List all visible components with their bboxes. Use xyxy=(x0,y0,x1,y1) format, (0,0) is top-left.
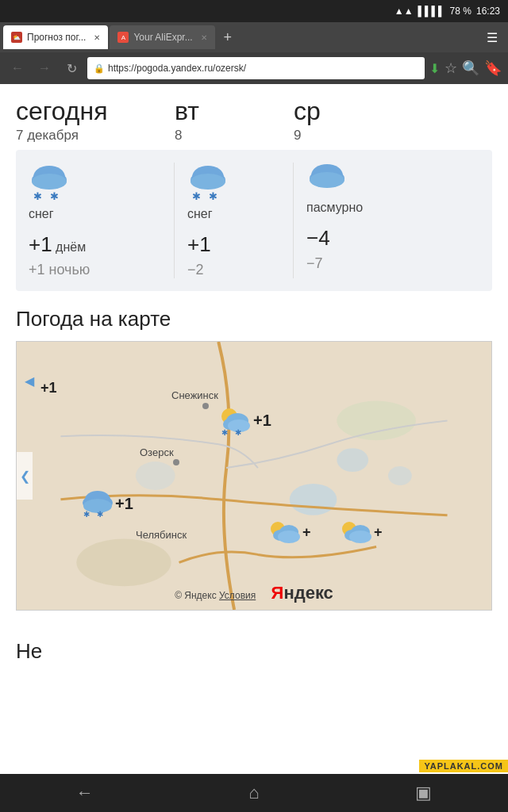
bookmark-icon[interactable]: 🔖 xyxy=(484,59,502,77)
svg-point-16 xyxy=(337,448,368,472)
signal-icon: ▌▌▌▌ xyxy=(418,6,445,17)
map-temp-chel1: + xyxy=(302,524,311,541)
temp-day-today: +1 днём xyxy=(29,232,161,257)
back-button[interactable]: ← xyxy=(6,57,29,79)
map-arrow-left: ◀ xyxy=(25,373,34,389)
snow-cloud-icon-vt xyxy=(187,163,229,194)
temp-day-vt: +1 xyxy=(187,232,280,257)
star-icon[interactable]: ☆ xyxy=(444,59,457,77)
day1-num: 8 xyxy=(175,128,294,144)
yandex-logo: Яндекс xyxy=(271,583,333,603)
temp-night-today: +1 ночью xyxy=(29,262,161,278)
weather-icon-today: ✱ ✱ xyxy=(29,163,161,201)
home-nav-button[interactable]: ⌂ xyxy=(230,774,278,812)
new-tab-button[interactable]: + xyxy=(217,26,239,48)
map-icon-snezhinsk: ✱ ✱ xyxy=(215,404,253,439)
map-temp-topleft: +1 xyxy=(40,380,57,396)
address-bar: ← → ↻ 🔒 https://pogoda.yandex.ru/ozersk/… xyxy=(0,52,508,84)
next-section-title: Не xyxy=(16,639,492,664)
weather-header: сегодня 7 декабря вт 8 ср 9 xyxy=(16,97,492,144)
temp-day-sr: −4 xyxy=(306,226,479,251)
tab-close-weather[interactable]: ✕ xyxy=(94,33,100,42)
cloud-only-icon-sr xyxy=(306,163,348,191)
map-label-snezhinsk: Снежинск xyxy=(171,389,218,401)
map-dot-snezhinsk xyxy=(202,403,209,409)
map-conditions-link[interactable]: Условия xyxy=(219,590,256,601)
battery-label: 78 % xyxy=(450,6,471,17)
url-text: https://pogoda.yandex.ru/ozersk/ xyxy=(108,63,246,74)
map-label-ozersk: Озерск xyxy=(140,446,174,458)
search-icon[interactable]: 🔍 xyxy=(462,59,479,77)
svg-text:✱ ✱: ✱ ✱ xyxy=(83,510,106,517)
map-dot-ozersk xyxy=(173,459,179,465)
snow-cloud-icon-today xyxy=(29,163,70,194)
time-label: 16:23 xyxy=(476,6,500,17)
map-temp-snezhinsk: +1 xyxy=(253,412,271,430)
day1-name: вт xyxy=(175,97,294,126)
browser-menu-button[interactable]: ☰ xyxy=(479,25,505,50)
map-icon-chel2 xyxy=(338,518,373,550)
wifi-icon: ▲▲ xyxy=(394,6,414,17)
today-date: 7 декабря xyxy=(16,128,175,144)
next-section-hint: Не xyxy=(0,623,508,670)
weather-cell-vt: ✱ ✱ снег +1 −2 xyxy=(175,163,294,278)
map-label-chelyabinsk: Челябинск xyxy=(136,529,187,541)
svg-point-14 xyxy=(337,401,415,441)
svg-point-32 xyxy=(278,530,300,543)
map-copyright-text: © Яндекс xyxy=(175,590,219,601)
map-icon-chel1 xyxy=(267,518,302,550)
temp-day-label-today: днём xyxy=(52,240,87,254)
map-copyright: © Яндекс Условия Яндекс xyxy=(175,583,333,603)
temp-night-sr: −7 xyxy=(306,255,479,272)
weather-icon-vt: ✱ ✱ xyxy=(187,163,280,201)
back-nav-button[interactable]: ← xyxy=(61,774,109,812)
tab-aliexpress[interactable]: A Your AliExpr... ✕ xyxy=(110,25,214,49)
today-label: сегодня xyxy=(16,97,175,126)
svg-point-17 xyxy=(388,466,412,485)
recent-nav-button[interactable]: ▣ xyxy=(399,774,447,812)
browser-chrome: ⛅ Прогноз пог... ✕ A Your AliExpr... ✕ +… xyxy=(0,22,508,84)
download-icon[interactable]: ⬇ xyxy=(429,61,440,76)
map-temp-ozersk: +1 xyxy=(115,495,133,513)
map-container[interactable]: ❮ Снежинск Озерск Челябинск +1 ◀ ✱ ✱ +1 xyxy=(16,341,492,611)
svg-text:✱ ✱: ✱ ✱ xyxy=(221,428,244,435)
status-bar: ▲▲ ▌▌▌▌ 78 % 16:23 xyxy=(0,0,508,22)
weather-grid: ✱ ✱ снег +1 днём +1 ночью ✱ ✱ xyxy=(16,150,492,291)
today-column: сегодня 7 декабря xyxy=(16,97,175,144)
condition-sr: пасмурно xyxy=(306,201,479,215)
map-section-title: Погода на карте xyxy=(16,307,492,331)
svg-point-15 xyxy=(290,484,337,515)
forward-button[interactable]: → xyxy=(33,57,56,79)
weather-cell-today: ✱ ✱ снег +1 днём +1 ночью xyxy=(16,163,175,278)
tab-close-ali[interactable]: ✕ xyxy=(201,33,207,42)
svg-point-11 xyxy=(310,172,344,188)
tab-favicon-ali: A xyxy=(117,32,129,43)
reload-button[interactable]: ↻ xyxy=(60,57,83,79)
nav-bar: ← ⌂ ▣ xyxy=(0,774,508,812)
day2-num: 9 xyxy=(294,128,492,144)
svg-point-36 xyxy=(349,530,371,543)
page-content: сегодня 7 декабря вт 8 ср 9 xyxy=(0,84,508,623)
day2-column: ср 9 xyxy=(294,97,492,144)
tab-label-ali: Your AliExpr... xyxy=(133,32,192,43)
svg-point-3 xyxy=(32,174,67,190)
map-background xyxy=(17,342,491,610)
condition-vt: снег xyxy=(187,207,280,221)
day2-name: ср xyxy=(294,97,492,126)
weather-cell-sr: пасмурно −4 −7 xyxy=(294,163,492,278)
tab-weather[interactable]: ⛅ Прогноз пог... ✕ xyxy=(3,25,108,49)
svg-point-13 xyxy=(76,539,171,587)
lock-icon: 🔒 xyxy=(94,63,105,74)
temp-day-value-today: +1 xyxy=(29,232,52,256)
svg-point-18 xyxy=(136,462,175,490)
map-temp-chel2: + xyxy=(374,524,383,541)
map-left-arrow[interactable]: ❮ xyxy=(17,452,33,500)
temp-day-value-sr: −4 xyxy=(306,226,330,250)
tab-bar: ⛅ Прогноз пог... ✕ A Your AliExpr... ✕ +… xyxy=(0,22,508,52)
address-icons: ⬇ ☆ 🔍 🔖 xyxy=(429,59,502,77)
condition-today: снег xyxy=(29,207,161,221)
watermark: YAPLAKAL.COM xyxy=(419,760,508,772)
url-field[interactable]: 🔒 https://pogoda.yandex.ru/ozersk/ xyxy=(87,57,425,79)
day1-column: вт 8 xyxy=(175,97,294,144)
tab-label-weather: Прогноз пог... xyxy=(27,32,86,43)
